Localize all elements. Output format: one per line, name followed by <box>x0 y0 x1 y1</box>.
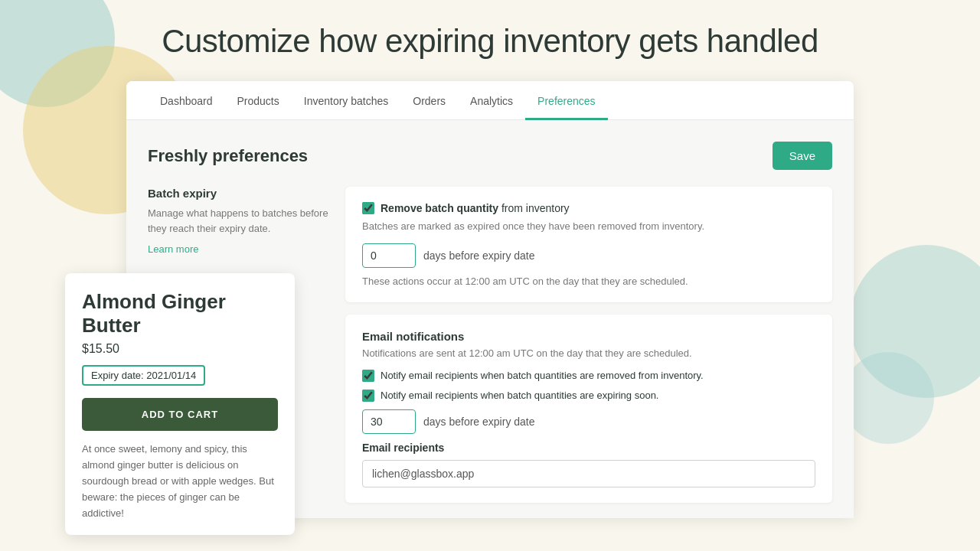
batch-expiry-days-label: days before expiry date <box>423 249 535 262</box>
settings-cards: Remove batch quantity from inventory Bat… <box>345 187 832 503</box>
nav-bar: Dashboard Products Inventory batches Ord… <box>126 81 854 120</box>
email-notifications-title: Email notifications <box>362 330 815 343</box>
product-name: Almond Ginger Butter <box>82 290 278 337</box>
hero-title: Customize how expiring inventory gets ha… <box>0 23 980 60</box>
remove-batch-checkbox-row: Remove batch quantity from inventory <box>362 202 815 214</box>
save-button[interactable]: Save <box>773 142 832 170</box>
notify-row-1: Notify email recipients when batch quant… <box>362 370 815 382</box>
expiry-badge: Expiry date: 2021/01/14 <box>82 365 205 386</box>
notify-label-2: Notify email recipients when batch quant… <box>381 390 658 401</box>
notify-label-1: Notify email recipients when batch quant… <box>381 370 704 381</box>
email-notifications-desc: Notifications are sent at 12:00 am UTC o… <box>362 347 815 359</box>
batch-expiry-days-input[interactable] <box>362 243 416 268</box>
add-to-cart-button[interactable]: ADD TO CART <box>82 398 278 431</box>
product-description: At once sweet, lemony and spicy, this al… <box>82 442 278 521</box>
batch-expiry-card: Remove batch quantity from inventory Bat… <box>345 187 832 302</box>
nav-item-analytics[interactable]: Analytics <box>458 81 525 120</box>
product-price: $15.50 <box>82 342 278 356</box>
email-days-label: days before expiry date <box>423 416 535 428</box>
nav-item-preferences[interactable]: Preferences <box>525 81 607 120</box>
batch-expiry-label: Batch expiry <box>148 187 332 200</box>
remove-batch-label-rest: from inventory <box>498 202 570 214</box>
nav-item-dashboard[interactable]: Dashboard <box>148 81 225 120</box>
email-recipients-input[interactable] <box>362 460 815 487</box>
nav-item-inventory-batches[interactable]: Inventory batches <box>292 81 401 120</box>
learn-more-link[interactable]: Learn more <box>148 243 198 255</box>
batch-expiry-desc: Manage what happens to batches before th… <box>148 206 332 236</box>
batch-expiry-actions-note: These actions occur at 12:00 am UTC on t… <box>362 276 815 287</box>
product-card: Almond Ginger Butter $15.50 Expiry date:… <box>65 273 295 535</box>
notify-checkbox-1[interactable] <box>362 370 374 382</box>
page-title: Freshly preferences <box>148 146 308 166</box>
email-days-input[interactable] <box>362 409 416 434</box>
notify-row-2: Notify email recipients when batch quant… <box>362 390 815 402</box>
email-recipients-title: Email recipients <box>362 442 815 454</box>
app-frame: Dashboard Products Inventory batches Ord… <box>126 81 854 518</box>
remove-batch-label-bold: Remove batch quantity <box>381 202 498 214</box>
notify-checkbox-2[interactable] <box>362 390 374 402</box>
remove-batch-checkbox[interactable] <box>362 202 374 214</box>
email-notifications-card: Email notifications Notifications are se… <box>345 315 832 503</box>
content-area: Freshly preferences Save Batch expiry Ma… <box>126 120 854 518</box>
nav-item-orders[interactable]: Orders <box>400 81 458 120</box>
remove-batch-label: Remove batch quantity from inventory <box>381 202 570 214</box>
batch-expiry-card-desc: Batches are marked as expired once they … <box>362 219 815 234</box>
nav-item-products[interactable]: Products <box>225 81 292 120</box>
batch-expiry-input-row: days before expiry date <box>362 243 815 268</box>
email-days-input-row: days before expiry date <box>362 409 815 434</box>
content-header: Freshly preferences Save <box>148 142 832 170</box>
